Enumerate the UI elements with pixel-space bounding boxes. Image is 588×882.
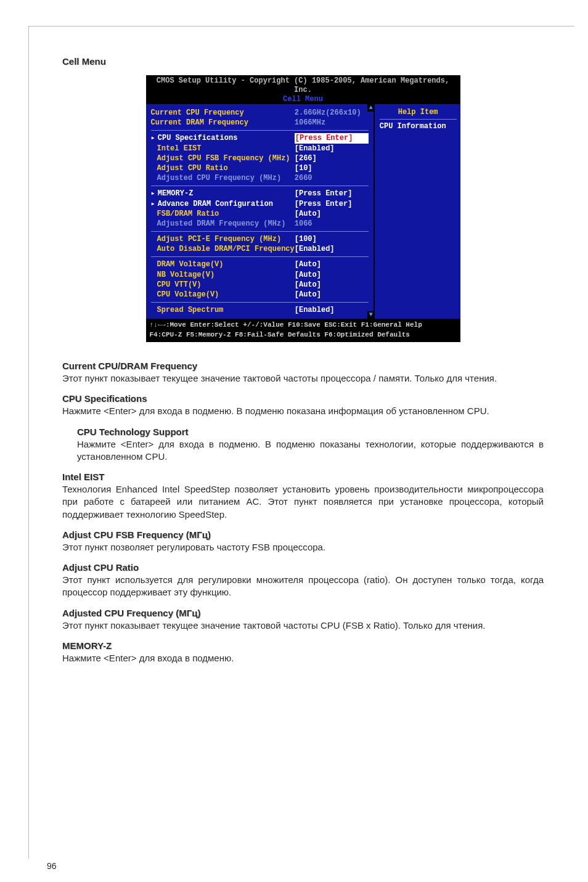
bios-row-label: CPU VTT(V) xyxy=(151,280,295,290)
bios-row-value: [Auto] xyxy=(295,280,369,290)
bios-row-label: Adjusted DRAM Frequency (MHz) xyxy=(151,219,295,229)
bios-header: CMOS Setup Utility - Copyright (C) 1985-… xyxy=(146,75,460,104)
term-block: Intel EISTТехнология Enhanced Intel Spee… xyxy=(62,472,544,521)
bios-footer-line1: ↑↓←→:Move Enter:Select +/-/:Value F10:Sa… xyxy=(150,321,457,330)
bios-row-value: [Enabled] xyxy=(295,244,369,254)
bios-row-value: [Auto] xyxy=(295,290,369,300)
term-body: Нажмите <Enter> для входа в подменю. В п… xyxy=(62,405,544,417)
bios-row-value: 2.66GHz(266x10) xyxy=(295,108,369,118)
term-heading: Adjusted CPU Frequency (МГц) xyxy=(62,608,544,618)
term-heading: CPU Specifications xyxy=(62,393,544,404)
bios-row-value: [Enabled] xyxy=(295,144,369,153)
bios-row: Current DRAM Frequency1066MHz xyxy=(151,118,369,128)
bios-divider xyxy=(151,130,369,131)
bios-row: Advance DRAM Configuration[Press Enter] xyxy=(151,199,369,209)
bios-row-value: 1066MHz xyxy=(295,118,369,128)
bios-row: Adjust PCI-E Frequency (MHz)[100] xyxy=(151,234,369,244)
bios-divider xyxy=(151,231,369,232)
bios-row: Current CPU Frequency2.66GHz(266x10) xyxy=(151,108,369,118)
term-heading: Intel EIST xyxy=(62,472,544,482)
bios-row-label: CPU Voltage(V) xyxy=(151,290,295,300)
bios-row: CPU Voltage(V)[Auto] xyxy=(151,290,369,300)
term-body: Этот пункт используется для регулировки … xyxy=(62,574,544,599)
bios-row: Intel EIST[Enabled] xyxy=(151,144,369,153)
bios-divider xyxy=(151,256,369,257)
term-block: Adjust CPU RatioЭтот пункт используется … xyxy=(62,562,544,599)
term-body: Технология Enhanced Intel SpeedStep позв… xyxy=(62,483,544,521)
term-block: Adjusted CPU Frequency (МГц)Этот пункт п… xyxy=(62,608,544,632)
bios-row-value: [Auto] xyxy=(295,259,369,269)
bios-row: Auto Disable DRAM/PCI Frequency[Enabled] xyxy=(151,244,369,254)
term-body: Этот пункт показывает текущее значение т… xyxy=(62,619,544,632)
bios-row-label: MEMORY-Z xyxy=(151,189,295,198)
term-heading: Adjust CPU Ratio xyxy=(62,562,544,573)
term-heading: CPU Technology Support xyxy=(77,427,544,437)
term-heading: Current CPU/DRAM Frequency xyxy=(62,361,544,371)
bios-row-value: 2660 xyxy=(295,173,369,183)
bios-row: Adjusted CPU Frequency (MHz)2660 xyxy=(151,173,369,183)
bios-row-label: FSB/DRAM Ratio xyxy=(151,209,295,219)
term-heading: Adjust CPU FSB Frequency (МГц) xyxy=(62,529,544,540)
bios-row-value: [100] xyxy=(295,234,369,244)
bios-row-value: [10] xyxy=(295,163,369,173)
bios-left-panel: ▲ Current CPU Frequency2.66GHz(266x10)Cu… xyxy=(146,104,374,319)
bios-row-value: [Press Enter] xyxy=(295,133,369,143)
term-body: Этот пункт показывает текущее значение т… xyxy=(62,372,544,385)
bios-row: Adjusted DRAM Frequency (MHz)1066 xyxy=(151,219,369,229)
bios-footer: ↑↓←→:Move Enter:Select +/-/:Value F10:Sa… xyxy=(146,319,460,342)
term-block: Adjust CPU FSB Frequency (МГц)Этот пункт… xyxy=(62,529,544,553)
bios-row-label: DRAM Voltage(V) xyxy=(151,259,295,269)
bios-row-label: Adjust PCI-E Frequency (MHz) xyxy=(151,234,295,244)
bios-help-text: CPU Information xyxy=(380,122,457,131)
term-block: CPU Technology SupportНажмите <Enter> дл… xyxy=(77,427,544,463)
bios-row: Adjust CPU FSB Frequency (MHz)[266] xyxy=(151,153,369,163)
bios-row-value: [266] xyxy=(295,153,369,163)
bios-row-value: [Auto] xyxy=(295,270,369,280)
bios-row-value: [Press Enter] xyxy=(295,189,369,198)
bios-row-label: Spread Spectrum xyxy=(151,305,295,315)
bios-row: Spread Spectrum[Enabled] xyxy=(151,305,369,315)
bios-screenshot: CMOS Setup Utility - Copyright (C) 1985-… xyxy=(62,75,544,342)
bios-row: NB Voltage(V)[Auto] xyxy=(151,270,369,280)
bios-row: DRAM Voltage(V)[Auto] xyxy=(151,259,369,269)
bios-row: CPU VTT(V)[Auto] xyxy=(151,280,369,290)
bios-row-value: [Auto] xyxy=(295,209,369,219)
bios-row-label: Auto Disable DRAM/PCI Frequency xyxy=(151,244,295,254)
term-body: Нажмите <Enter> для входа в подменю. В п… xyxy=(77,438,544,463)
bios-row-label: NB Voltage(V) xyxy=(151,270,295,280)
bios-row: MEMORY-Z[Press Enter] xyxy=(151,189,369,198)
term-heading: MEMORY-Z xyxy=(62,640,544,651)
bios-row: CPU Specifications[Press Enter] xyxy=(151,133,369,143)
bios-header-line1: CMOS Setup Utility - Copyright (C) 1985-… xyxy=(150,76,457,95)
term-body: Этот пункт позволяет регулировать частот… xyxy=(62,541,544,553)
bios-row-label: Current CPU Frequency xyxy=(151,108,295,118)
bios-header-line2: Cell Menu xyxy=(150,95,457,104)
bios-row-value: 1066 xyxy=(295,219,369,229)
term-list: Current CPU/DRAM FrequencyЭтот пункт пок… xyxy=(62,361,544,664)
term-block: MEMORY-ZНажмите <Enter> для входа в подм… xyxy=(62,640,544,664)
bios-row-value: [Enabled] xyxy=(295,305,369,315)
bios-row-label: CPU Specifications xyxy=(151,133,295,143)
bios-row-label: Intel EIST xyxy=(151,144,295,153)
bios-row: FSB/DRAM Ratio[Auto] xyxy=(151,209,369,219)
section-title: Cell Menu xyxy=(62,56,544,67)
term-block: CPU SpecificationsНажмите <Enter> для вх… xyxy=(62,393,544,417)
bios-row-label: Adjusted CPU Frequency (MHz) xyxy=(151,173,295,183)
term-body: Нажмите <Enter> для входа в подменю. xyxy=(62,652,544,664)
bios-divider xyxy=(151,302,369,303)
page-frame: Cell Menu CMOS Setup Utility - Copyright… xyxy=(28,26,574,859)
page-number: 96 xyxy=(47,861,57,871)
bios-row-label: Adjust CPU Ratio xyxy=(151,163,295,173)
bios-footer-line2: F4:CPU-Z F5:Memory-Z F8:Fail-Safe Defaul… xyxy=(150,330,457,340)
bios-row: Adjust CPU Ratio[10] xyxy=(151,163,369,173)
bios-help-panel: Help Item CPU Information xyxy=(374,104,460,319)
bios-row-value: [Press Enter] xyxy=(295,199,369,209)
bios-row-label: Advance DRAM Configuration xyxy=(151,199,295,209)
term-block: Current CPU/DRAM FrequencyЭтот пункт пок… xyxy=(62,361,544,385)
bios-row-label: Current DRAM Frequency xyxy=(151,118,295,128)
bios-divider xyxy=(151,186,369,186)
bios-help-title: Help Item xyxy=(380,108,457,116)
bios-row-label: Adjust CPU FSB Frequency (MHz) xyxy=(151,153,295,163)
